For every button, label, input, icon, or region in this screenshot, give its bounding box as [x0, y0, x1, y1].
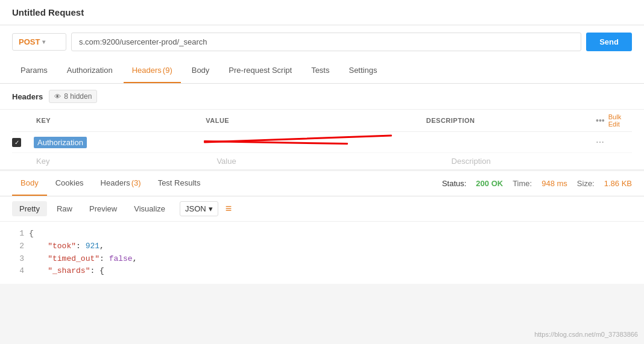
- raw-button[interactable]: Raw: [49, 201, 80, 216]
- tab-settings[interactable]: Settings: [340, 58, 385, 83]
- status-value: 200 OK: [476, 179, 503, 188]
- line-num-4: 4: [12, 265, 24, 278]
- title-bar: Untitled Request: [0, 0, 644, 25]
- wrap-button[interactable]: ≡: [226, 202, 232, 215]
- line-1: 1 {: [12, 228, 632, 240]
- tab-params[interactable]: Params: [12, 58, 56, 83]
- key-value: Authorization: [34, 137, 87, 148]
- url-input[interactable]: [71, 33, 581, 51]
- page-title: Untitled Request: [12, 7, 632, 17]
- line-2: 2 "took": 921,: [12, 240, 632, 253]
- headers-label-row: Headers 👁 8 hidden: [0, 84, 644, 110]
- hidden-badge[interactable]: 👁 8 hidden: [49, 90, 97, 103]
- response-status: Status: 200 OK Time: 948 ms Size: 1.86 K…: [442, 179, 632, 188]
- row-checkbox[interactable]: ✓: [12, 138, 34, 147]
- watermark: https://blog.csdn.net/m0_37383866: [534, 331, 638, 338]
- response-tab-cookies[interactable]: Cookies: [47, 171, 92, 196]
- preview-button[interactable]: Preview: [82, 201, 124, 216]
- method-label: POST: [19, 37, 40, 46]
- more-options-icon[interactable]: •••: [596, 116, 605, 125]
- line-4: 4 "_shards": {: [12, 265, 632, 278]
- tab-authorization[interactable]: Authorization: [58, 58, 121, 83]
- tab-body[interactable]: Body: [183, 58, 218, 83]
- response-tab-body[interactable]: Body: [12, 171, 47, 196]
- line-content-1: {: [29, 228, 34, 240]
- response-tab-test-results[interactable]: Test Results: [150, 171, 209, 196]
- tab-tests[interactable]: Tests: [303, 58, 338, 83]
- line-num-2: 2: [12, 240, 24, 253]
- empty-value-placeholder[interactable]: Value: [216, 157, 451, 166]
- line-content-3: "timed_out": false,: [29, 253, 137, 266]
- empty-desc-placeholder[interactable]: Description: [452, 157, 632, 166]
- line-content-4: "_shards": {: [29, 265, 104, 278]
- size-label: Size:: [577, 179, 595, 188]
- table-row: ✓ Authorization ⋯: [12, 132, 632, 153]
- col-value-header: VALUE: [206, 117, 426, 124]
- send-button[interactable]: Send: [586, 33, 632, 51]
- line-num-3: 3: [12, 253, 24, 266]
- empty-row: Key Value Description: [12, 153, 632, 169]
- row-actions: ⋯: [596, 137, 632, 147]
- line-num-1: 1: [12, 228, 24, 240]
- table-header: KEY VALUE DESCRIPTION ••• Bulk Edit: [12, 110, 632, 132]
- size-value: 1.86 KB: [604, 179, 632, 188]
- redacted-value: [204, 138, 425, 149]
- format-label: JSON: [185, 204, 206, 213]
- col-key-header: KEY: [34, 117, 206, 124]
- response-tabs: Body Cookies Headers(3) Test Results Sta…: [0, 169, 644, 196]
- row-more-icon[interactable]: ⋯: [596, 137, 604, 147]
- col-actions-header: ••• Bulk Edit: [596, 113, 632, 128]
- visualize-button[interactable]: Visualize: [127, 201, 172, 216]
- col-desc-header: DESCRIPTION: [426, 117, 596, 124]
- method-select[interactable]: POST ▾: [12, 33, 66, 51]
- pretty-button[interactable]: Pretty: [12, 201, 47, 216]
- row-key-cell[interactable]: Authorization: [34, 137, 204, 148]
- request-tabs: Params Authorization Headers(9) Body Pre…: [0, 58, 644, 84]
- tab-headers[interactable]: Headers(9): [124, 58, 181, 83]
- response-tab-headers[interactable]: Headers(3): [92, 171, 150, 196]
- bulk-edit-button[interactable]: Bulk Edit: [608, 113, 632, 128]
- checkbox-checked[interactable]: ✓: [12, 138, 21, 147]
- time-label: Time:: [513, 179, 532, 188]
- line-3: 3 "timed_out": false,: [12, 253, 632, 266]
- tab-pre-request[interactable]: Pre-request Script: [220, 58, 300, 83]
- format-select[interactable]: JSON ▾: [180, 201, 218, 216]
- row-value-cell[interactable]: [204, 136, 425, 149]
- headers-section: Headers 👁 8 hidden KEY VALUE DESCRIPTION…: [0, 84, 644, 169]
- eye-icon: 👁: [54, 93, 61, 100]
- headers-label: Headers: [12, 92, 43, 101]
- request-bar: POST ▾ Send: [0, 25, 644, 58]
- empty-key-placeholder[interactable]: Key: [34, 157, 216, 166]
- hidden-count: 8 hidden: [64, 92, 92, 101]
- checkmark-icon: ✓: [14, 139, 19, 146]
- format-chevron-icon: ▾: [209, 204, 213, 213]
- line-content-2: "took": 921,: [29, 240, 104, 253]
- response-toolbar: Pretty Raw Preview Visualize JSON ▾ ≡: [0, 196, 644, 222]
- chevron-down-icon: ▾: [42, 39, 45, 45]
- app-container: Untitled Request POST ▾ Send Params Auth…: [0, 0, 644, 344]
- response-body: 1 { 2 "took": 921, 3 "timed_out": false,…: [0, 222, 644, 284]
- time-value: 948 ms: [541, 179, 567, 188]
- status-label: Status:: [442, 179, 466, 188]
